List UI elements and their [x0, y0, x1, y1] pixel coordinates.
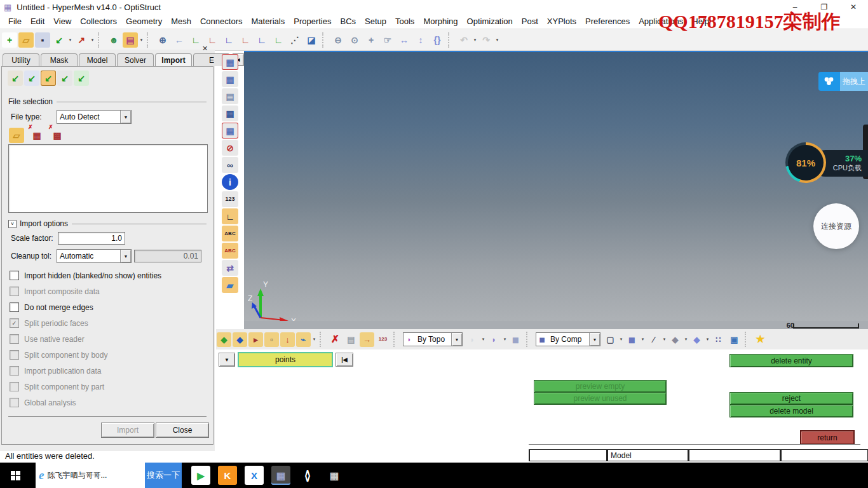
element-2d-icon-dropdown[interactable]: ▾: [683, 337, 689, 342]
create-collector-icon[interactable]: ◆: [217, 332, 231, 347]
menu-view[interactable]: View: [49, 17, 76, 26]
import-model-icon-dropdown[interactable]: ▾: [67, 37, 73, 43]
import-solver-deck-icon[interactable]: ↙: [8, 71, 23, 86]
save-model-icon[interactable]: ▪: [35, 32, 50, 48]
line-display-icon-dropdown[interactable]: ▾: [661, 337, 667, 342]
file-list[interactable]: [8, 144, 208, 213]
scale-factor-input[interactable]: 1.0: [58, 232, 125, 245]
info-icon[interactable]: i: [222, 174, 238, 190]
by-comp-select[interactable]: ◼ By Comp ▼: [536, 332, 600, 346]
rotate-horizontal-icon[interactable]: ↔: [397, 32, 412, 48]
hypermesh-taskbar-icon[interactable]: ▦: [271, 466, 290, 485]
menu-connectors[interactable]: Connectors: [196, 17, 247, 26]
view-rear-yz-icon[interactable]: ∟: [271, 32, 286, 48]
clear-file-list-icon[interactable]: ▦: [29, 128, 44, 143]
menu-properties[interactable]: Properties: [289, 17, 336, 26]
menu-preferences[interactable]: Preferences: [581, 17, 634, 26]
surface-shaded-icon[interactable]: ◗: [487, 332, 501, 347]
organize-folder-icon[interactable]: ▤: [123, 32, 138, 48]
return-button[interactable]: return: [800, 430, 855, 445]
quad-element-icon[interactable]: ▰: [222, 277, 238, 293]
surface-wire-icon[interactable]: ◗: [465, 332, 480, 347]
xunlei-icon[interactable]: X: [245, 466, 264, 485]
element-2d-icon[interactable]: ◆: [668, 332, 682, 347]
entity-type-dropdown[interactable]: ▼: [219, 353, 235, 367]
menu-optimization[interactable]: Optimization: [463, 17, 517, 26]
reject-button[interactable]: reject: [729, 392, 853, 405]
scatter-icon[interactable]: ∷: [711, 332, 726, 347]
geometry-feature-icon[interactable]: ▦: [222, 71, 238, 87]
cpu-gauge[interactable]: 81%: [785, 142, 826, 183]
zoom-out-icon[interactable]: ⊖: [330, 32, 346, 48]
export-model-icon-dropdown[interactable]: ▾: [90, 37, 95, 43]
menu-morphing[interactable]: Morphing: [419, 17, 462, 26]
user-profiles-icon[interactable]: ☻: [106, 32, 121, 48]
by-topo-select[interactable]: ◗ By Topo ▼: [403, 332, 463, 346]
zoom-fit-icon[interactable]: ⊕: [155, 32, 170, 48]
topo-display-icon[interactable]: ▦: [222, 54, 238, 70]
import-connectors-icon[interactable]: ↙: [57, 71, 72, 86]
view-top-xy-icon[interactable]: ∟: [188, 32, 203, 48]
menu-post[interactable]: Post: [517, 17, 543, 26]
close-button[interactable]: ✕: [844, 1, 863, 13]
mixed-geometry-icon[interactable]: ▦: [222, 123, 238, 139]
import-bom-icon[interactable]: ↙: [74, 71, 89, 86]
undo-icon[interactable]: ↶: [456, 32, 471, 48]
view-iso-icon[interactable]: ⋰: [287, 32, 302, 48]
close-panel-button[interactable]: Close: [156, 423, 209, 438]
menu-setup[interactable]: Setup: [360, 17, 391, 26]
open-model-icon[interactable]: ▱: [18, 32, 34, 48]
view-front-zy-icon[interactable]: ∟: [254, 32, 269, 48]
monitor-icon[interactable]: ▣: [727, 332, 742, 347]
surface-shaded-icon-dropdown[interactable]: ▾: [502, 337, 508, 342]
shaded-elements-icon[interactable]: ◼: [625, 332, 639, 347]
touch-keyboard-icon[interactable]: ▦: [325, 466, 344, 485]
delete-entity-icon[interactable]: ✗: [328, 332, 342, 347]
previous-view-icon[interactable]: ←: [172, 32, 187, 48]
surface-wire-icon-dropdown[interactable]: ▾: [480, 337, 486, 342]
measure-icon[interactable]: ∟: [222, 208, 238, 224]
tab-model[interactable]: Model: [79, 53, 116, 66]
netdisk-drag-badge[interactable]: 拖拽上: [818, 72, 868, 91]
undo-icon-dropdown[interactable]: ▾: [472, 37, 478, 43]
cleanup-tol-select[interactable]: Automatic ▼: [57, 249, 132, 263]
line-display-icon[interactable]: ∕: [646, 332, 661, 347]
menu-geometry[interactable]: Geometry: [121, 17, 166, 26]
panel-close-icon[interactable]: ✕: [202, 44, 208, 53]
file-type-select[interactable]: Auto Detect ▼: [57, 110, 132, 124]
assign-collector-icon-dropdown[interactable]: ▾: [311, 337, 317, 342]
solid-display-icon[interactable]: ◼: [508, 332, 523, 347]
checkbox-box[interactable]: [10, 271, 19, 280]
favorites-star-icon[interactable]: ★: [753, 332, 768, 347]
open-file-browser-icon[interactable]: ▱: [9, 128, 24, 143]
start-button[interactable]: [0, 463, 31, 488]
redo-icon-dropdown[interactable]: ▾: [494, 37, 500, 43]
wireframe-geometry-icon[interactable]: ▤: [222, 88, 238, 104]
delete-entity-button[interactable]: delete entity: [729, 354, 853, 367]
import-fe-model-icon[interactable]: ↙: [24, 71, 39, 86]
duplicate-icon[interactable]: ▤: [344, 332, 358, 347]
no-display-icon[interactable]: ⊘: [222, 140, 238, 156]
tab-utility[interactable]: Utility: [3, 53, 39, 66]
view-left-zx-icon[interactable]: ∟: [221, 32, 236, 48]
tab-import[interactable]: Import: [155, 53, 192, 66]
options-collapse-icon[interactable]: v: [8, 220, 17, 228]
taskbar-chevrons-icon[interactable]: ∧ ∨: [298, 466, 317, 485]
menu-collectors[interactable]: Collectors: [76, 17, 121, 26]
tencent-video-icon[interactable]: ▶: [191, 466, 210, 485]
shaded-view-icon[interactable]: ◪: [304, 32, 319, 48]
file-type-dropdown-icon[interactable]: ▼: [120, 111, 131, 123]
dynamic-zoom-icon[interactable]: ⊙: [347, 32, 362, 48]
renumber-icon[interactable]: 123: [376, 332, 390, 347]
export-model-icon[interactable]: ↗: [74, 32, 89, 48]
by-comp-dropdown-icon[interactable]: ▼: [589, 333, 600, 346]
menu-tools[interactable]: Tools: [391, 17, 419, 26]
tab-solver[interactable]: Solver: [117, 53, 154, 66]
pan-hand-icon[interactable]: ☞: [380, 32, 395, 48]
edit-collector-icon[interactable]: ▫: [264, 332, 279, 347]
checkbox-box[interactable]: [10, 302, 19, 312]
import-button[interactable]: Import: [101, 423, 154, 438]
cleanup-tol-dropdown-icon[interactable]: ▼: [120, 250, 131, 262]
menu-bcs[interactable]: BCs: [336, 17, 360, 26]
checkbox-import-hidden-blanked-no-show-entities[interactable]: Import hidden (blanked/no show) entities: [2, 268, 212, 283]
